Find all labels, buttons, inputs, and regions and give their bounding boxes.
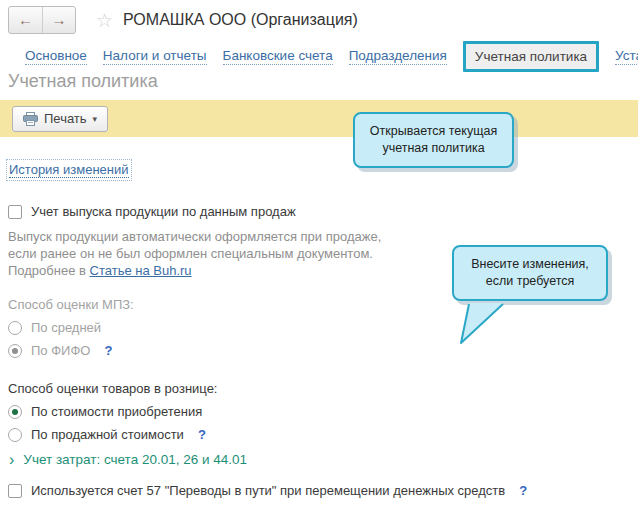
mpz-valuation-group: Способ оценки МПЗ: По средней По ФИФО ?	[8, 297, 134, 358]
radio-label: По средней	[31, 320, 101, 335]
production-checkbox-row[interactable]: Учет выпуска продукции по данным продаж	[8, 204, 296, 219]
callout-make-changes: Внесите изменения, если требуется	[452, 245, 608, 301]
radio-label: По продажной стоимости	[31, 427, 184, 442]
print-button[interactable]: Печать ▾	[12, 106, 108, 132]
tab-podrazdeleniya[interactable]: Подразделения	[349, 48, 447, 65]
production-checkbox[interactable]	[8, 205, 22, 219]
callout-text: Внесите изменения,	[471, 257, 589, 271]
window-title: РОМАШКА ООО (Организация)	[123, 11, 358, 29]
callout-tail	[459, 303, 511, 345]
history-changes-link[interactable]: История изменений	[9, 162, 129, 178]
tab-bar: Основное Налоги и отчеты Банковские счет…	[0, 40, 638, 72]
radio-circle-icon	[8, 428, 22, 442]
fifo-help-link[interactable]: ?	[104, 343, 112, 358]
costs-accounts-expander[interactable]: › Учет затрат: счета 20.01, 26 и 44.01	[9, 452, 247, 467]
retail-help-link[interactable]: ?	[198, 427, 206, 442]
account57-checkbox-label: Используется счет 57 "Переводы в пути" п…	[31, 483, 505, 498]
radio-label: По стоимости приобретения	[31, 404, 202, 419]
account57-checkbox-row[interactable]: Используется счет 57 "Переводы в пути" п…	[8, 483, 527, 498]
tab-ustavnyi-kapital[interactable]: Уставный капитал	[615, 48, 638, 65]
retail-valuation-group: Способ оценки товаров в рознице: По стои…	[8, 381, 217, 442]
organization-form: ← → ☆ РОМАШКА ООО (Организация) Основное…	[0, 0, 638, 515]
radio-selected-icon	[8, 344, 22, 358]
radio-po-sredney[interactable]: По средней	[8, 320, 134, 335]
callout-current-policy: Открывается текущая учетная политика	[353, 112, 514, 168]
page-title: Учетная политика	[8, 71, 158, 92]
tab-uchetnaya-politika[interactable]: Учетная политика	[463, 41, 599, 72]
radio-label: По ФИФО	[31, 343, 90, 358]
dropdown-caret-icon: ▾	[93, 114, 98, 124]
chevron-right-icon: ›	[9, 453, 14, 467]
back-arrow-icon: ←	[18, 11, 33, 28]
tab-nalogi-i-otchety[interactable]: Налоги и отчеты	[103, 48, 207, 65]
command-toolbar: Печать ▾	[0, 100, 638, 137]
radio-selected-icon	[8, 405, 22, 419]
radio-po-prodazhnoy-stoimosti[interactable]: По продажной стоимости ?	[8, 427, 217, 442]
window-header: ← → ☆ РОМАШКА ООО (Организация)	[8, 6, 358, 34]
description-line-prefix: Подробнее в	[8, 263, 90, 278]
account57-help-link[interactable]: ?	[519, 483, 527, 498]
tab-bankovskie-scheta[interactable]: Банковские счета	[223, 48, 333, 65]
callout-text: если требуется	[486, 274, 575, 288]
costs-expander-label: Учет затрат: счета 20.01, 26 и 44.01	[23, 452, 247, 467]
buh-article-link[interactable]: Статье на Buh.ru	[90, 263, 192, 278]
callout-text: Открывается текущая	[370, 124, 497, 138]
radio-circle-icon	[8, 321, 22, 335]
production-checkbox-label: Учет выпуска продукции по данным продаж	[31, 204, 296, 219]
nav-button-group: ← →	[8, 6, 76, 34]
forward-button[interactable]: →	[42, 7, 75, 33]
printer-icon	[23, 112, 38, 126]
retail-group-label: Способ оценки товаров в рознице:	[8, 381, 217, 396]
description-line: Выпуск продукции автоматически оформляет…	[8, 229, 381, 244]
back-button[interactable]: ←	[9, 7, 42, 33]
radio-po-stoimosti-priobreteniya[interactable]: По стоимости приобретения	[8, 404, 217, 419]
forward-arrow-icon: →	[52, 11, 67, 28]
production-description: Выпуск продукции автоматически оформляет…	[8, 228, 381, 279]
favorite-star-icon[interactable]: ☆	[96, 9, 113, 32]
mpz-group-label: Способ оценки МПЗ:	[8, 297, 134, 312]
description-line: если ранее он не был оформлен специальны…	[8, 246, 373, 261]
radio-po-fifo[interactable]: По ФИФО ?	[8, 343, 134, 358]
print-button-label: Печать	[44, 111, 87, 126]
callout-text: учетная политика	[382, 141, 484, 155]
account57-checkbox[interactable]	[8, 484, 22, 498]
tab-osnovnoe[interactable]: Основное	[25, 48, 87, 65]
